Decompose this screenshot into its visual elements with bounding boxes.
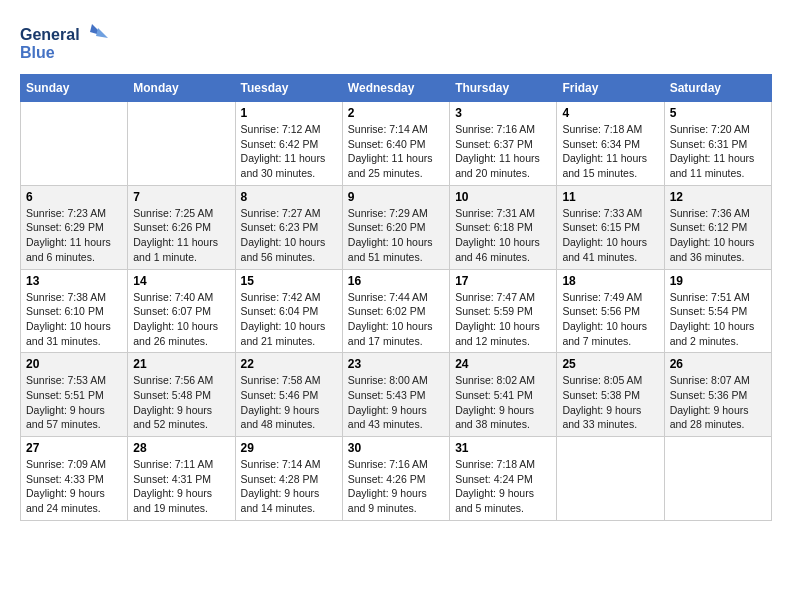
day-number: 14 (133, 274, 229, 288)
calendar-body: 1Sunrise: 7:12 AMSunset: 6:42 PMDaylight… (21, 102, 772, 521)
weekday-header: Friday (557, 75, 664, 102)
calendar-day-cell: 12Sunrise: 7:36 AMSunset: 6:12 PMDayligh… (664, 185, 771, 269)
calendar-day-cell: 8Sunrise: 7:27 AMSunset: 6:23 PMDaylight… (235, 185, 342, 269)
calendar-day-cell: 17Sunrise: 7:47 AMSunset: 5:59 PMDayligh… (450, 269, 557, 353)
svg-marker-3 (96, 28, 108, 38)
day-number: 15 (241, 274, 337, 288)
day-number: 29 (241, 441, 337, 455)
calendar-day-cell: 15Sunrise: 7:42 AMSunset: 6:04 PMDayligh… (235, 269, 342, 353)
calendar-day-cell: 18Sunrise: 7:49 AMSunset: 5:56 PMDayligh… (557, 269, 664, 353)
day-detail: Sunrise: 7:53 AMSunset: 5:51 PMDaylight:… (26, 373, 122, 432)
day-detail: Sunrise: 7:14 AMSunset: 6:40 PMDaylight:… (348, 122, 444, 181)
calendar-day-cell: 29Sunrise: 7:14 AMSunset: 4:28 PMDayligh… (235, 437, 342, 521)
day-detail: Sunrise: 7:16 AMSunset: 6:37 PMDaylight:… (455, 122, 551, 181)
calendar-day-cell: 6Sunrise: 7:23 AMSunset: 6:29 PMDaylight… (21, 185, 128, 269)
day-number: 31 (455, 441, 551, 455)
day-detail: Sunrise: 7:12 AMSunset: 6:42 PMDaylight:… (241, 122, 337, 181)
calendar-day-cell: 22Sunrise: 7:58 AMSunset: 5:46 PMDayligh… (235, 353, 342, 437)
day-number: 11 (562, 190, 658, 204)
day-detail: Sunrise: 7:33 AMSunset: 6:15 PMDaylight:… (562, 206, 658, 265)
day-detail: Sunrise: 7:44 AMSunset: 6:02 PMDaylight:… (348, 290, 444, 349)
day-number: 4 (562, 106, 658, 120)
day-detail: Sunrise: 7:09 AMSunset: 4:33 PMDaylight:… (26, 457, 122, 516)
weekday-header: Tuesday (235, 75, 342, 102)
day-number: 7 (133, 190, 229, 204)
calendar-day-cell: 26Sunrise: 8:07 AMSunset: 5:36 PMDayligh… (664, 353, 771, 437)
day-number: 30 (348, 441, 444, 455)
day-number: 12 (670, 190, 766, 204)
day-number: 19 (670, 274, 766, 288)
svg-text:General: General (20, 26, 80, 43)
calendar-day-cell: 7Sunrise: 7:25 AMSunset: 6:26 PMDaylight… (128, 185, 235, 269)
day-detail: Sunrise: 7:49 AMSunset: 5:56 PMDaylight:… (562, 290, 658, 349)
day-number: 13 (26, 274, 122, 288)
day-detail: Sunrise: 7:27 AMSunset: 6:23 PMDaylight:… (241, 206, 337, 265)
weekday-header: Monday (128, 75, 235, 102)
calendar-day-cell: 10Sunrise: 7:31 AMSunset: 6:18 PMDayligh… (450, 185, 557, 269)
day-detail: Sunrise: 8:05 AMSunset: 5:38 PMDaylight:… (562, 373, 658, 432)
calendar-week-row: 6Sunrise: 7:23 AMSunset: 6:29 PMDaylight… (21, 185, 772, 269)
day-detail: Sunrise: 7:58 AMSunset: 5:46 PMDaylight:… (241, 373, 337, 432)
calendar-day-cell: 9Sunrise: 7:29 AMSunset: 6:20 PMDaylight… (342, 185, 449, 269)
calendar-day-cell: 2Sunrise: 7:14 AMSunset: 6:40 PMDaylight… (342, 102, 449, 186)
logo: General Blue (20, 20, 110, 64)
calendar-day-cell: 14Sunrise: 7:40 AMSunset: 6:07 PMDayligh… (128, 269, 235, 353)
day-detail: Sunrise: 7:42 AMSunset: 6:04 PMDaylight:… (241, 290, 337, 349)
day-detail: Sunrise: 7:14 AMSunset: 4:28 PMDaylight:… (241, 457, 337, 516)
calendar-day-cell: 20Sunrise: 7:53 AMSunset: 5:51 PMDayligh… (21, 353, 128, 437)
day-detail: Sunrise: 7:47 AMSunset: 5:59 PMDaylight:… (455, 290, 551, 349)
day-number: 16 (348, 274, 444, 288)
day-detail: Sunrise: 7:23 AMSunset: 6:29 PMDaylight:… (26, 206, 122, 265)
calendar-week-row: 27Sunrise: 7:09 AMSunset: 4:33 PMDayligh… (21, 437, 772, 521)
weekday-header: Wednesday (342, 75, 449, 102)
weekday-header: Saturday (664, 75, 771, 102)
calendar-day-cell: 23Sunrise: 8:00 AMSunset: 5:43 PMDayligh… (342, 353, 449, 437)
calendar-day-cell: 3Sunrise: 7:16 AMSunset: 6:37 PMDaylight… (450, 102, 557, 186)
day-number: 28 (133, 441, 229, 455)
calendar-week-row: 1Sunrise: 7:12 AMSunset: 6:42 PMDaylight… (21, 102, 772, 186)
calendar-day-cell: 30Sunrise: 7:16 AMSunset: 4:26 PMDayligh… (342, 437, 449, 521)
calendar-table: SundayMondayTuesdayWednesdayThursdayFrid… (20, 74, 772, 521)
day-number: 22 (241, 357, 337, 371)
calendar-week-row: 13Sunrise: 7:38 AMSunset: 6:10 PMDayligh… (21, 269, 772, 353)
calendar-day-cell: 24Sunrise: 8:02 AMSunset: 5:41 PMDayligh… (450, 353, 557, 437)
calendar-day-cell: 1Sunrise: 7:12 AMSunset: 6:42 PMDaylight… (235, 102, 342, 186)
calendar-day-cell: 11Sunrise: 7:33 AMSunset: 6:15 PMDayligh… (557, 185, 664, 269)
calendar-day-cell: 13Sunrise: 7:38 AMSunset: 6:10 PMDayligh… (21, 269, 128, 353)
calendar-day-cell (557, 437, 664, 521)
calendar-day-cell: 25Sunrise: 8:05 AMSunset: 5:38 PMDayligh… (557, 353, 664, 437)
day-number: 3 (455, 106, 551, 120)
day-detail: Sunrise: 7:38 AMSunset: 6:10 PMDaylight:… (26, 290, 122, 349)
calendar-day-cell: 16Sunrise: 7:44 AMSunset: 6:02 PMDayligh… (342, 269, 449, 353)
day-detail: Sunrise: 7:18 AMSunset: 6:34 PMDaylight:… (562, 122, 658, 181)
calendar-day-cell (664, 437, 771, 521)
day-detail: Sunrise: 7:20 AMSunset: 6:31 PMDaylight:… (670, 122, 766, 181)
day-number: 9 (348, 190, 444, 204)
day-detail: Sunrise: 7:31 AMSunset: 6:18 PMDaylight:… (455, 206, 551, 265)
day-number: 27 (26, 441, 122, 455)
calendar-day-cell: 5Sunrise: 7:20 AMSunset: 6:31 PMDaylight… (664, 102, 771, 186)
weekday-header: Sunday (21, 75, 128, 102)
day-number: 21 (133, 357, 229, 371)
day-detail: Sunrise: 7:51 AMSunset: 5:54 PMDaylight:… (670, 290, 766, 349)
calendar-day-cell: 21Sunrise: 7:56 AMSunset: 5:48 PMDayligh… (128, 353, 235, 437)
day-detail: Sunrise: 7:29 AMSunset: 6:20 PMDaylight:… (348, 206, 444, 265)
day-detail: Sunrise: 8:02 AMSunset: 5:41 PMDaylight:… (455, 373, 551, 432)
calendar-day-cell: 27Sunrise: 7:09 AMSunset: 4:33 PMDayligh… (21, 437, 128, 521)
day-number: 2 (348, 106, 444, 120)
day-detail: Sunrise: 8:00 AMSunset: 5:43 PMDaylight:… (348, 373, 444, 432)
day-number: 18 (562, 274, 658, 288)
day-detail: Sunrise: 7:56 AMSunset: 5:48 PMDaylight:… (133, 373, 229, 432)
day-number: 25 (562, 357, 658, 371)
calendar-day-cell: 28Sunrise: 7:11 AMSunset: 4:31 PMDayligh… (128, 437, 235, 521)
calendar-day-cell (21, 102, 128, 186)
day-number: 20 (26, 357, 122, 371)
calendar-header-row: SundayMondayTuesdayWednesdayThursdayFrid… (21, 75, 772, 102)
day-number: 10 (455, 190, 551, 204)
day-detail: Sunrise: 7:36 AMSunset: 6:12 PMDaylight:… (670, 206, 766, 265)
logo-svg: General Blue (20, 20, 110, 64)
day-number: 23 (348, 357, 444, 371)
day-number: 5 (670, 106, 766, 120)
day-number: 24 (455, 357, 551, 371)
weekday-header: Thursday (450, 75, 557, 102)
